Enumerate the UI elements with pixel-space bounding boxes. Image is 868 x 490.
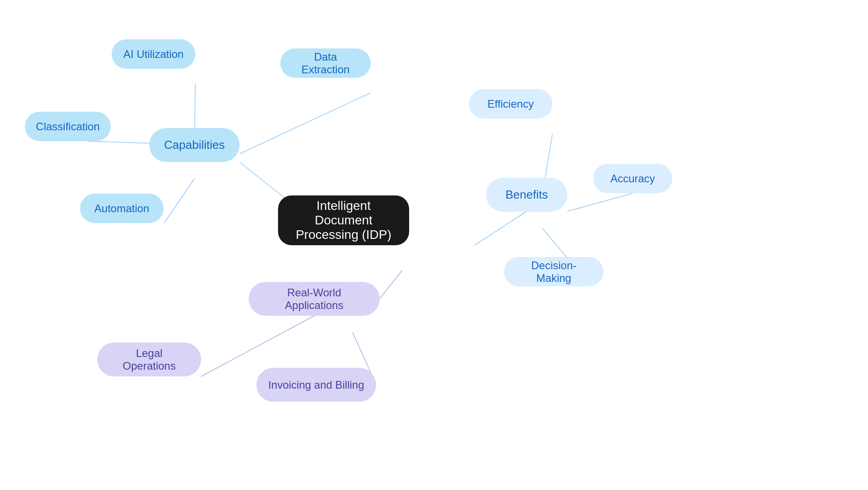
efficiency-node: Efficiency	[469, 89, 552, 119]
connection-lines	[0, 0, 868, 490]
capabilities-hub-node: Capabilities	[149, 128, 240, 162]
center-node: Intelligent Document Processing (IDP)	[278, 195, 409, 245]
legal-operations-node: Legal Operations	[97, 343, 201, 376]
svg-line-7	[567, 193, 633, 211]
svg-line-4	[164, 179, 194, 223]
svg-line-10	[201, 316, 314, 376]
benefits-hub-node: Benefits	[486, 178, 567, 212]
applications-hub-node: Real-World Applications	[249, 282, 380, 316]
classification-node: Classification	[25, 112, 111, 141]
svg-line-3	[240, 93, 371, 154]
ai-utilization-node: AI Utilization	[112, 39, 195, 69]
decision-making-node: Decision-Making	[504, 257, 604, 286]
invoicing-billing-node: Invoicing and Billing	[256, 368, 376, 402]
mind-map-container: Intelligent Document Processing (IDP) Ca…	[0, 0, 868, 490]
svg-line-5	[475, 211, 527, 245]
automation-node: Automation	[80, 194, 164, 223]
data-extraction-node: Data Extraction	[280, 48, 371, 78]
accuracy-node: Accuracy	[593, 164, 672, 193]
svg-line-9	[380, 270, 402, 299]
